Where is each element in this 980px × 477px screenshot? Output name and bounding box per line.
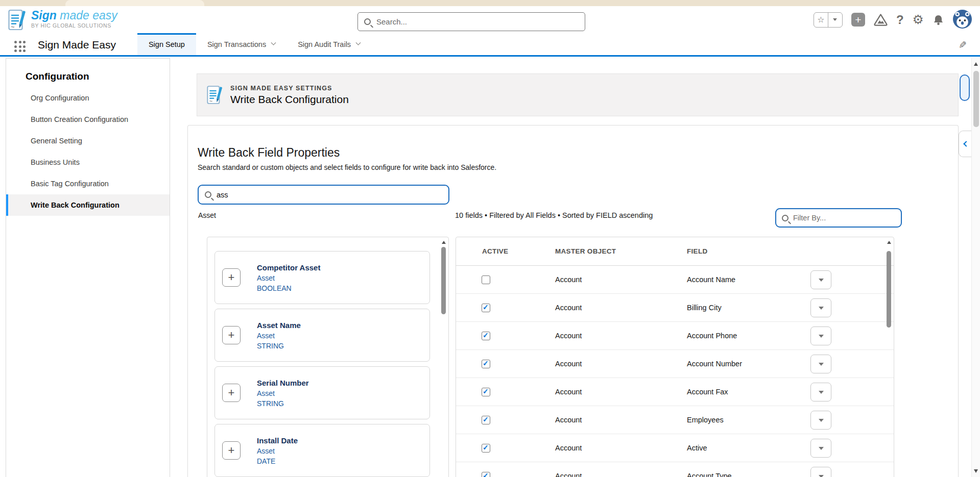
add-field-button[interactable]: +: [222, 268, 241, 287]
master-object-cell: Account: [555, 360, 582, 368]
active-checkbox[interactable]: ✓: [482, 360, 490, 368]
selected-object-label: Asset: [198, 211, 216, 219]
chevron-down-icon: [271, 40, 276, 45]
quick-create-button[interactable]: +: [851, 13, 865, 27]
docked-panel-handle[interactable]: [960, 74, 970, 101]
scroll-down-icon[interactable]: [974, 469, 978, 473]
check-icon: ✓: [483, 303, 489, 311]
row-actions-dropdown-button[interactable]: [810, 355, 831, 373]
user-avatar[interactable]: [953, 10, 972, 30]
active-checkbox[interactable]: ✓: [482, 472, 490, 477]
table-row: ✓ Account Account Name: [456, 266, 894, 294]
check-icon: ✓: [483, 387, 489, 395]
field-cell: Account Number: [687, 360, 742, 368]
master-object-cell: Account: [555, 416, 582, 424]
row-actions-dropdown-button[interactable]: [810, 439, 831, 458]
avatar-icon: [953, 10, 972, 29]
row-actions-dropdown-button[interactable]: [810, 270, 831, 289]
row-actions-dropdown-button[interactable]: [810, 327, 831, 345]
field-cell: Employees: [687, 416, 724, 424]
global-search[interactable]: [357, 12, 585, 31]
setup-button[interactable]: ⚙: [913, 12, 924, 27]
configuration-sidebar: Configuration Org Configuration Button C…: [6, 58, 170, 477]
row-actions-dropdown-button[interactable]: [810, 383, 831, 401]
plus-icon: +: [228, 387, 235, 398]
favorites-star-icon[interactable]: ☆: [814, 13, 828, 27]
page-scrollbar-thumb[interactable]: [973, 71, 979, 127]
cards-scrollbar[interactable]: [440, 239, 447, 477]
field-card-title: Asset Name: [257, 321, 301, 330]
search-icon: [205, 191, 211, 198]
object-search-input[interactable]: [217, 191, 442, 199]
help-button[interactable]: ?: [896, 13, 904, 27]
sidebar-item[interactable]: Button Creation Configuration: [6, 109, 170, 130]
add-field-button[interactable]: +: [222, 326, 241, 344]
active-checkbox[interactable]: ✓: [482, 304, 490, 312]
fields-status-line: 10 fields • Filtered by All Fields • Sor…: [455, 211, 653, 219]
dropdown-arrow-icon: [819, 419, 824, 422]
notifications-button[interactable]: [933, 14, 944, 26]
favorites-dropdown-button[interactable]: [828, 13, 842, 27]
chevron-down-icon: [356, 40, 361, 45]
add-field-button[interactable]: +: [222, 441, 241, 460]
gear-icon: ⚙: [913, 12, 924, 27]
scroll-up-icon[interactable]: [442, 241, 446, 244]
global-header: Sign made easy BY HIC GLOBAL SOLUTIONS ☆…: [0, 6, 980, 33]
plus-icon: +: [228, 272, 235, 283]
column-field: FIELD: [687, 247, 708, 255]
dropdown-arrow-icon: [819, 279, 824, 282]
field-card-text: Install Date Asset DATE: [257, 436, 298, 465]
filter-by-box[interactable]: [775, 208, 902, 228]
collapse-panel-tab[interactable]: [959, 131, 971, 157]
table-row: ✓ Account Account Type: [456, 462, 894, 477]
check-icon: ✓: [483, 443, 489, 451]
active-checkbox[interactable]: ✓: [482, 332, 490, 340]
sidebar-item[interactable]: Business Units: [6, 152, 170, 173]
master-object-cell: Account: [555, 472, 582, 477]
sidebar-item[interactable]: Write Back Configuration: [6, 194, 170, 216]
row-actions-dropdown-button[interactable]: [810, 467, 831, 477]
app-name: Sign Made Easy: [38, 39, 116, 55]
field-card-object: Asset: [257, 447, 298, 455]
logo-brand-light: made easy: [57, 9, 117, 22]
app-launcher-icon[interactable]: [14, 41, 26, 52]
active-checkbox[interactable]: ✓: [482, 275, 490, 284]
favorites-button-group[interactable]: ☆: [814, 12, 843, 28]
global-search-input[interactable]: [376, 17, 579, 26]
field-card-object: Asset: [257, 274, 320, 282]
scroll-up-icon[interactable]: [887, 241, 891, 244]
sidebar-item[interactable]: Org Configuration: [6, 87, 170, 109]
cards-scrollbar-thumb[interactable]: [441, 247, 446, 314]
master-object-cell: Account: [555, 444, 582, 452]
trailhead-button[interactable]: [874, 13, 888, 27]
bell-icon: [933, 14, 944, 26]
table-scrollbar[interactable]: [886, 239, 892, 477]
row-actions-dropdown-button[interactable]: [810, 298, 831, 317]
sidebar-item[interactable]: General Setting: [6, 130, 170, 152]
edit-page-button[interactable]: ✎: [959, 39, 967, 51]
dropdown-arrow-icon: [819, 447, 824, 450]
page-header-card: SIGN MADE EASY SETTINGS Write Back Confi…: [197, 73, 959, 116]
scroll-up-icon[interactable]: [974, 62, 978, 66]
active-checkbox[interactable]: ✓: [482, 388, 490, 396]
nav-tab[interactable]: Sign Transactions: [196, 33, 286, 55]
active-checkbox[interactable]: ✓: [482, 416, 490, 424]
check-icon: ✓: [483, 415, 489, 423]
table-row: ✓ Account Account Phone: [456, 322, 894, 350]
page-scrollbar[interactable]: [971, 58, 980, 477]
nav-tab[interactable]: Sign Setup: [137, 33, 196, 55]
active-checkbox[interactable]: ✓: [482, 444, 490, 453]
add-field-button[interactable]: +: [222, 384, 241, 402]
nav-tab[interactable]: Sign Audit Trails: [286, 33, 371, 55]
field-card-title: Serial Number: [257, 379, 309, 387]
configured-fields-panel: ACTIVE MASTER OBJECT FIELD ✓ Account Acc…: [456, 237, 894, 477]
filter-by-input[interactable]: [793, 214, 895, 222]
sidebar-heading: Configuration: [26, 71, 170, 82]
object-search-box[interactable]: [198, 185, 449, 205]
table-scrollbar-thumb[interactable]: [887, 251, 891, 328]
sidebar-item[interactable]: Basic Tag Configuration: [6, 173, 170, 194]
table-header: ACTIVE MASTER OBJECT FIELD: [456, 237, 894, 266]
search-icon: [364, 18, 371, 25]
nav-tab-label: Sign Transactions: [207, 40, 266, 48]
row-actions-dropdown-button[interactable]: [810, 411, 831, 430]
